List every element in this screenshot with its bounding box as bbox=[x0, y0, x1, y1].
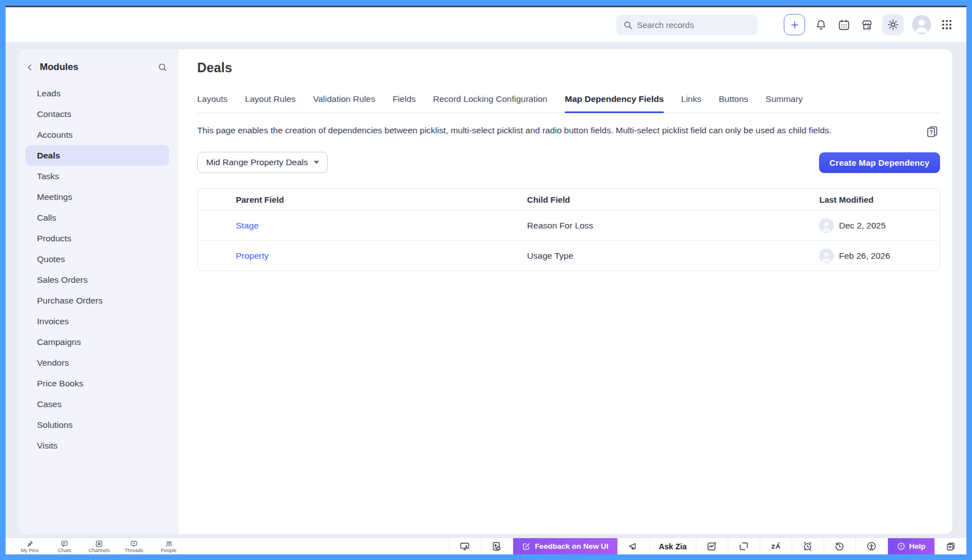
ask-zia-label: Ask Zia bbox=[659, 542, 687, 551]
tab-buttons[interactable]: Buttons bbox=[719, 94, 748, 113]
zia-insights-button[interactable] bbox=[696, 538, 728, 554]
sidebar-item-sales-orders[interactable]: Sales Orders bbox=[25, 269, 169, 290]
sidebar-item-calls[interactable]: Calls bbox=[25, 207, 169, 228]
column-header-child-field: Child Field bbox=[527, 195, 820, 204]
avatar-person-icon bbox=[819, 218, 834, 233]
tab-summary[interactable]: Summary bbox=[766, 94, 803, 113]
map-dependency-table: Parent Field Child Field Last Modified S… bbox=[197, 188, 940, 271]
notifications-button[interactable] bbox=[813, 17, 828, 32]
help-button[interactable]: ? Help bbox=[887, 538, 934, 554]
history-button[interactable] bbox=[824, 538, 855, 554]
channel-hash-icon bbox=[95, 540, 103, 548]
chevron-down-icon bbox=[314, 161, 319, 164]
accessibility-icon bbox=[866, 541, 877, 552]
threads-button[interactable]: Threads bbox=[117, 538, 151, 554]
modified-by-avatar bbox=[819, 218, 834, 233]
notes-button[interactable] bbox=[728, 538, 760, 554]
tab-map-dependency-fields[interactable]: Map Dependency Fields bbox=[565, 94, 664, 113]
bottom-item-label: People bbox=[161, 548, 176, 553]
table-row[interactable]: Stage Reason For Loss Dec 2, 2025 bbox=[198, 210, 940, 240]
bottom-bar-left: My Pins Chats Channels Threads People bbox=[6, 538, 186, 554]
accessibility-button[interactable] bbox=[855, 538, 887, 554]
top-bar bbox=[6, 7, 966, 42]
feedback-new-ui-button[interactable]: Feedback on New UI bbox=[513, 538, 617, 554]
modified-by-avatar bbox=[819, 249, 834, 263]
calendar-button[interactable] bbox=[836, 17, 851, 32]
announcements-button[interactable] bbox=[617, 538, 649, 554]
child-field-value: Usage Type bbox=[527, 251, 573, 260]
modules-list: Leads Contacts Accounts Deals Tasks Meet… bbox=[25, 83, 169, 456]
screen-share-icon bbox=[459, 541, 470, 552]
sidebar-item-price-books[interactable]: Price Books bbox=[25, 373, 169, 394]
sidebar-item-leads[interactable]: Leads bbox=[25, 83, 169, 104]
search-icon bbox=[623, 20, 633, 30]
remote-assist-button[interactable] bbox=[449, 538, 481, 554]
search-input[interactable] bbox=[637, 20, 751, 30]
sidebar-item-meetings[interactable]: Meetings bbox=[25, 186, 169, 207]
tab-links[interactable]: Links bbox=[681, 94, 701, 113]
app-launcher-button[interactable] bbox=[940, 17, 954, 32]
create-new-button[interactable] bbox=[784, 14, 805, 35]
layout-selector-dropdown[interactable]: Mid Range Property Deals bbox=[197, 152, 328, 173]
chats-button[interactable]: Chats bbox=[47, 538, 82, 554]
avatar-person-icon bbox=[819, 249, 834, 263]
parent-field-link[interactable]: Property bbox=[236, 251, 269, 260]
zia-sketch-icon bbox=[770, 541, 782, 552]
tab-layouts[interactable]: Layouts bbox=[197, 94, 227, 113]
modules-sidebar: Modules Leads Contacts Accounts Deals Ta… bbox=[18, 49, 178, 534]
sidebar-search-button[interactable] bbox=[157, 62, 168, 72]
help-docs-icon[interactable]: ? bbox=[926, 125, 939, 138]
app-window: Modules Leads Contacts Accounts Deals Ta… bbox=[6, 6, 966, 554]
my-pins-button[interactable]: My Pins bbox=[12, 538, 47, 554]
stacked-windows-button[interactable] bbox=[934, 538, 966, 554]
reminders-button[interactable] bbox=[792, 538, 824, 554]
insights-pulse-icon bbox=[706, 541, 717, 552]
app-grid-icon bbox=[941, 18, 953, 31]
activity-log-icon bbox=[491, 541, 502, 552]
sidebar-item-cases[interactable]: Cases bbox=[25, 394, 169, 414]
bell-icon bbox=[815, 18, 827, 31]
user-avatar[interactable] bbox=[912, 15, 931, 34]
bottom-item-label: My Pins bbox=[21, 548, 39, 553]
create-map-dependency-button[interactable]: Create Map Dependency bbox=[819, 152, 940, 173]
people-icon bbox=[165, 540, 173, 548]
search-box[interactable] bbox=[616, 15, 757, 35]
sidebar-item-vendors[interactable]: Vendors bbox=[25, 352, 169, 373]
tab-record-locking-configuration[interactable]: Record Locking Configuration bbox=[433, 94, 547, 113]
zia-sketch-button[interactable] bbox=[760, 538, 792, 554]
tab-validation-rules[interactable]: Validation Rules bbox=[313, 94, 375, 113]
tab-fields[interactable]: Fields bbox=[393, 94, 416, 113]
people-button[interactable]: People bbox=[151, 538, 186, 554]
child-field-value: Reason For Loss bbox=[527, 221, 593, 230]
feedback-label: Feedback on New UI bbox=[535, 542, 608, 550]
sidebar-item-quotes[interactable]: Quotes bbox=[25, 249, 169, 269]
settings-button[interactable] bbox=[882, 14, 904, 35]
sidebar-item-accounts[interactable]: Accounts bbox=[25, 124, 169, 145]
table-header-row: Parent Field Child Field Last Modified bbox=[198, 189, 940, 210]
sidebar-item-deals[interactable]: Deals bbox=[25, 145, 169, 166]
bottom-item-label: Channels bbox=[89, 548, 110, 553]
workspace: Modules Leads Contacts Accounts Deals Ta… bbox=[6, 42, 966, 538]
sidebar-item-tasks[interactable]: Tasks bbox=[25, 166, 169, 186]
sidebar-item-solutions[interactable]: Solutions bbox=[25, 414, 169, 435]
help-label: Help bbox=[909, 542, 926, 550]
marketplace-button[interactable] bbox=[859, 17, 874, 32]
ask-zia-button[interactable]: Ask Zia bbox=[649, 538, 696, 554]
back-button[interactable] bbox=[25, 63, 35, 72]
table-row[interactable]: Property Usage Type Feb 26, 2026 bbox=[198, 240, 940, 270]
alarm-clock-icon bbox=[802, 541, 813, 552]
parent-field-link[interactable]: Stage bbox=[236, 221, 259, 230]
sidebar-item-campaigns[interactable]: Campaigns bbox=[25, 332, 169, 352]
sidebar-item-products[interactable]: Products bbox=[25, 228, 169, 249]
corner-brackets-icon bbox=[738, 541, 749, 552]
sidebar-item-invoices[interactable]: Invoices bbox=[25, 311, 169, 332]
plus-icon bbox=[789, 20, 800, 30]
sidebar-item-purchase-orders[interactable]: Purchase Orders bbox=[25, 290, 169, 311]
sidebar-item-visits[interactable]: Visits bbox=[25, 435, 169, 456]
activity-log-button[interactable] bbox=[481, 538, 513, 554]
settings-card: Modules Leads Contacts Accounts Deals Ta… bbox=[18, 49, 952, 534]
sidebar-item-contacts[interactable]: Contacts bbox=[25, 104, 169, 124]
tab-layout-rules[interactable]: Layout Rules bbox=[245, 94, 295, 113]
avatar-person-icon bbox=[912, 15, 931, 34]
channels-button[interactable]: Channels bbox=[82, 538, 117, 554]
